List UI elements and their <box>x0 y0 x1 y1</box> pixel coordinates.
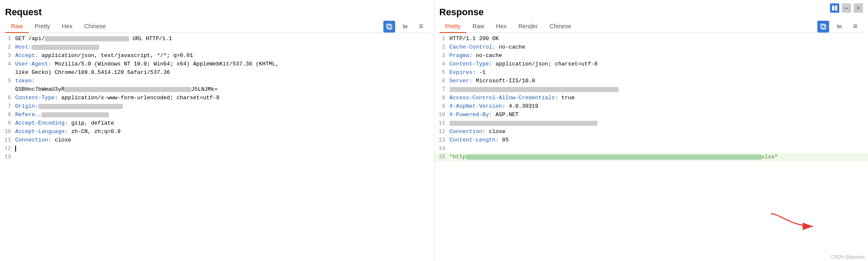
table-row: 10X-Powered-By: ASP.NET <box>434 111 868 119</box>
table-row: 8Access-Control-Allow-Credentials: true <box>434 94 868 102</box>
line-content: Server: Microsoft-IIS/10.0 <box>450 77 535 85</box>
table-row: 6Content-Type: application/x-www-form-ur… <box>0 94 434 102</box>
http-key: Accept: <box>15 52 38 59</box>
line-content: Connection: close <box>450 128 506 136</box>
line-number: 10 <box>438 111 450 119</box>
line-number: 11 <box>438 119 450 128</box>
split-view-button[interactable] <box>830 3 839 13</box>
table-row: 11Connection: close <box>0 136 434 144</box>
response-newline-button[interactable]: \n <box>833 21 845 33</box>
line-content: Content-Length: 85 <box>450 136 509 144</box>
blurred-value <box>41 112 109 117</box>
request-copy-button[interactable] <box>383 21 395 33</box>
http-key: X-Powered-By: <box>450 111 492 118</box>
line-content: Access-Control-Allow-Credentials: true <box>450 94 575 102</box>
copy-icon <box>386 23 393 30</box>
line-content: Content-Type: application/x-www-form-url… <box>15 94 220 102</box>
tab-request-raw[interactable]: Raw <box>5 20 29 33</box>
table-row: 14 <box>434 144 868 153</box>
close-icon: ✕ <box>857 5 860 11</box>
http-value-string: xlsx" <box>762 154 778 160</box>
table-row: 12Connection: close <box>434 128 868 136</box>
response-title: Response <box>439 3 863 20</box>
request-tab-actions: \n ≡ <box>383 21 429 33</box>
request-tabs: Raw Pretty Hex Chinese \n ≡ <box>5 20 429 33</box>
line-number: 13 <box>438 136 450 144</box>
table-row: 4User-Agent: Mozilla/5.0 (Windows NT 10.… <box>0 60 434 68</box>
tab-response-pretty[interactable]: Pretty <box>439 20 467 33</box>
tab-response-render[interactable]: Render <box>513 20 544 33</box>
http-key: Origin: <box>15 103 38 109</box>
response-copy-button[interactable] <box>817 21 829 33</box>
red-arrow-annotation <box>767 209 817 232</box>
request-content: 1GET /api/ URL HTTP/1.12Host:3Accept: ap… <box>0 33 434 261</box>
table-row: 2Cache-Control: no-cache <box>434 43 868 52</box>
line-content: Origin: <box>15 102 123 111</box>
response-tabs: Pretty Raw Hex Render Chinese \n ≡ <box>439 20 863 33</box>
line-number: 10 <box>3 128 15 136</box>
request-menu-button[interactable]: ≡ <box>415 21 427 33</box>
line-number: 4 <box>438 60 450 68</box>
response-header: Response Pretty Raw Hex Render Chinese \… <box>434 0 868 33</box>
http-key: token: <box>15 78 35 84</box>
line-number: 1 <box>438 35 450 43</box>
table-row: 1GET /api/ URL HTTP/1.1 <box>0 35 434 43</box>
response-content: 1HTTP/1.1 200 OK2Cache-Control: no-cache… <box>434 33 868 261</box>
request-header: Request Raw Pretty Hex Chinese \n ≡ <box>0 0 434 33</box>
request-newline-button[interactable]: \n <box>399 21 411 33</box>
response-menu-button[interactable]: ≡ <box>849 21 861 33</box>
svg-rect-2 <box>832 5 834 11</box>
line-number: 2 <box>438 43 450 52</box>
table-row: 4Content-Type: application/json; charset… <box>434 60 868 68</box>
table-row: 3Pragma: no-cache <box>434 52 868 60</box>
line-content <box>15 144 16 153</box>
http-key: Pragma: <box>450 52 473 59</box>
line-number-empty <box>3 68 15 77</box>
line-number: 6 <box>3 94 15 102</box>
line-number: 15 <box>438 153 450 161</box>
line-number: 1 <box>3 35 15 43</box>
table-row: 7 <box>434 85 868 94</box>
line-number: 13 <box>3 153 15 161</box>
line-content: Expires: -1 <box>450 68 486 77</box>
table-row: 6Server: Microsoft-IIS/10.0 <box>434 77 868 85</box>
split-icon <box>832 5 838 11</box>
table-row: 8Refere.. <box>0 111 434 119</box>
minimize-button[interactable]: — <box>842 3 851 13</box>
http-key: Connection: <box>15 137 52 143</box>
line-content: Pragma: no-cache <box>450 52 502 60</box>
line-number: 7 <box>3 102 15 111</box>
http-key: Content-Length: <box>450 137 499 143</box>
tab-response-raw[interactable]: Raw <box>467 20 490 33</box>
line-content: Cache-Control: no-cache <box>450 43 525 52</box>
response-panel-wrapper: — ✕ Response Pretty Raw Hex Render Chine… <box>434 0 868 261</box>
tab-request-hex[interactable]: Hex <box>56 20 79 33</box>
table-row: 11 <box>434 119 868 128</box>
table-row: 7Origin: <box>0 102 434 111</box>
line-content: GET /api/ URL HTTP/1.1 <box>15 35 172 43</box>
http-key: X-AspNet-Version: <box>450 103 506 109</box>
line-number: 8 <box>3 111 15 119</box>
line-number: 12 <box>438 128 450 136</box>
line-number: 7 <box>438 85 450 94</box>
line-number: 4 <box>3 60 15 68</box>
line-number-empty <box>3 85 15 94</box>
line-number: 2 <box>3 43 15 52</box>
close-button[interactable]: ✕ <box>854 3 863 13</box>
text-cursor <box>15 146 16 152</box>
line-number: 14 <box>438 144 450 153</box>
line-content: Accept-Encoding: gzip, deflate <box>15 119 114 128</box>
http-value-string: "http <box>450 154 466 160</box>
request-panel: Request Raw Pretty Hex Chinese \n ≡ 1GET… <box>0 0 434 261</box>
line-number: 8 <box>438 94 450 102</box>
tab-response-chinese[interactable]: Chinese <box>544 20 577 33</box>
http-key: Cache-Control: <box>450 44 496 50</box>
tab-request-chinese[interactable]: Chinese <box>79 20 112 33</box>
table-row: 5token: <box>0 77 434 85</box>
line-content: Accept-Language: zh-CN, zh;q=0.9 <box>15 128 121 136</box>
line-number: 12 <box>3 144 15 153</box>
tab-response-hex[interactable]: Hex <box>490 20 513 33</box>
http-key: Connection: <box>450 128 486 135</box>
tab-request-pretty[interactable]: Pretty <box>29 20 56 33</box>
http-key: Content-Type: <box>15 95 58 101</box>
